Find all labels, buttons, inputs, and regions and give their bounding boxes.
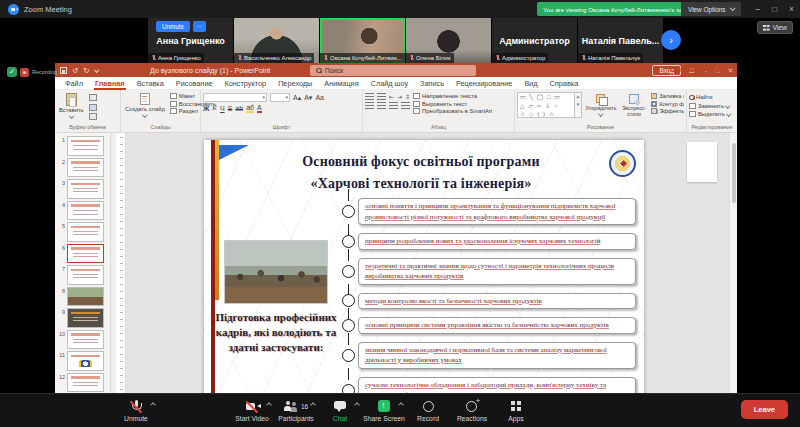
minimize-button[interactable]: –: [755, 5, 760, 14]
format-painter-button[interactable]: [89, 113, 97, 120]
underline-button[interactable]: Ч: [220, 105, 225, 112]
slide-thumbnail[interactable]: [67, 244, 104, 264]
slide-thumbnail[interactable]: [67, 330, 104, 350]
participant-tile[interactable]: Unmute ··· Анна Грищенко Анна Грищенко: [148, 18, 233, 63]
leave-button[interactable]: Leave: [741, 400, 788, 419]
chevron-up-icon[interactable]: [310, 402, 316, 408]
menu-tab[interactable]: Вид: [518, 77, 543, 90]
participant-tile[interactable]: Васильченко Александр: [234, 18, 319, 63]
smartart-button[interactable]: Преобразовать в SmartArt: [413, 108, 492, 114]
menu-tab[interactable]: Слайд шоу: [365, 77, 414, 90]
slide-thumbnail[interactable]: [67, 179, 104, 199]
decrease-indent-button[interactable]: ⇤: [389, 93, 394, 100]
toolbar-button[interactable]: Record: [406, 394, 450, 427]
toolbar-button[interactable]: Share Screen: [362, 394, 406, 427]
shapes-scrollbar[interactable]: ▲▼: [575, 92, 582, 118]
menu-tab[interactable]: Рецензирование: [450, 77, 518, 90]
participant-more-button[interactable]: ···: [193, 21, 206, 32]
strikethrough-button[interactable]: S: [228, 105, 233, 112]
toolbar-button[interactable]: Start Video: [230, 394, 274, 427]
close-button[interactable]: ×: [789, 5, 794, 14]
ppt-search-box[interactable]: Поиск: [310, 65, 476, 76]
grow-font-button[interactable]: А▴: [293, 94, 301, 101]
toolbar-button[interactable]: 16 Participants: [274, 394, 318, 427]
replace-button[interactable]: Заменить: [689, 103, 735, 109]
bold-button[interactable]: Ж: [203, 105, 209, 112]
menu-tab[interactable]: Файл: [59, 77, 89, 90]
view-layout-button[interactable]: View: [757, 21, 793, 34]
toolbar-button[interactable]: Reactions: [450, 394, 494, 427]
slide-thumbnail[interactable]: [67, 265, 104, 285]
chevron-up-icon[interactable]: [354, 402, 360, 408]
chevron-up-icon[interactable]: [150, 402, 156, 408]
line-spacing-button[interactable]: ⇕: [405, 93, 410, 100]
find-button[interactable]: Найти: [689, 94, 735, 100]
redo-icon[interactable]: ↻: [83, 66, 89, 75]
unmute-participant-button[interactable]: Unmute: [156, 21, 190, 32]
next-participants-button[interactable]: ›: [661, 30, 681, 50]
arrange-button[interactable]: Упорядочить: [585, 92, 617, 117]
increase-indent-button[interactable]: ⇥: [397, 93, 402, 100]
justify-button[interactable]: [401, 102, 410, 109]
menu-tab[interactable]: Анимация: [318, 77, 364, 90]
shape-outline-button[interactable]: Контур фигуры: [651, 101, 684, 107]
view-options-button[interactable]: View Options: [681, 2, 741, 16]
participant-tile[interactable]: Оксана Кочубей-Литвин...: [320, 18, 405, 63]
toolbar-button[interactable]: Unmute: [114, 394, 158, 427]
participant-tile[interactable]: Администратор Администратор: [492, 18, 577, 63]
menu-tab[interactable]: Справка: [544, 77, 585, 90]
maximize-button[interactable]: □: [772, 5, 777, 14]
save-icon[interactable]: [60, 67, 67, 74]
chevron-up-icon[interactable]: [398, 402, 404, 408]
shape-effects-button[interactable]: Эффекты фигуры: [651, 108, 684, 114]
slide-thumbnail[interactable]: [67, 373, 104, 393]
shapes-gallery[interactable]: ▭ ╲ ◯ □ ▭ △ ▱ ⇦ ⇩ ○ ☆ ◇ ( ) ☆: [517, 92, 575, 118]
participant-tile[interactable]: Олена Білик: [406, 18, 491, 63]
security-shield-icon[interactable]: ✓: [7, 67, 17, 77]
toolbar-button[interactable]: Apps: [494, 394, 538, 427]
slide-thumbnail[interactable]: [67, 158, 104, 178]
menu-tab[interactable]: Вставка: [131, 77, 170, 90]
copy-button[interactable]: [89, 104, 97, 111]
bullets-button[interactable]: [365, 93, 374, 100]
menu-tab[interactable]: Главная: [89, 77, 131, 90]
quick-styles-button[interactable]: Экспресс-стили: [620, 92, 648, 118]
highlight-color-button[interactable]: аб: [246, 104, 254, 113]
italic-button[interactable]: К: [212, 105, 217, 112]
paste-button[interactable]: Вставить: [57, 92, 86, 119]
slide[interactable]: Основний фокус освітньої програми «Харчо…: [204, 140, 644, 393]
cut-button[interactable]: [89, 94, 97, 101]
numbering-button[interactable]: [377, 93, 386, 100]
menu-tab[interactable]: Конструктор: [219, 77, 273, 90]
shrink-font-button[interactable]: А▾: [304, 94, 312, 101]
align-text-button[interactable]: Выровнять текст: [413, 101, 492, 107]
toolbar-button[interactable]: Chat: [318, 394, 362, 427]
menu-tab[interactable]: Рисование: [170, 77, 219, 90]
shadow-button[interactable]: ab: [235, 105, 243, 112]
slide-thumbnail[interactable]: [67, 136, 104, 156]
slide-thumbnail[interactable]: [67, 308, 104, 328]
participant-tile[interactable]: Наталія Павель... Наталія Павельчук: [578, 18, 663, 63]
clear-format-button[interactable]: Аа: [315, 94, 324, 101]
slide-thumbnail[interactable]: [67, 287, 104, 307]
quick-access-chevron-icon[interactable]: [94, 68, 99, 73]
align-center-button[interactable]: [377, 102, 386, 109]
font-name-combo[interactable]: [203, 93, 267, 102]
chevron-up-icon[interactable]: [266, 402, 272, 408]
select-button[interactable]: Выделить: [689, 111, 735, 117]
shape-fill-button[interactable]: Заливка фигуры: [651, 93, 684, 99]
font-size-combo[interactable]: [270, 93, 290, 102]
new-slide-button[interactable]: Создать слайд: [123, 92, 167, 118]
font-color-button[interactable]: А: [257, 104, 262, 113]
align-right-button[interactable]: [389, 102, 398, 109]
canvas-scrollbar[interactable]: [729, 133, 737, 393]
share-access-button[interactable]: Общий доступ: [670, 63, 729, 76]
undo-icon[interactable]: ↺: [72, 66, 78, 75]
slide-thumbnail[interactable]: [67, 351, 104, 371]
slide-thumbnail[interactable]: [67, 201, 104, 221]
slide-thumbnail[interactable]: [67, 222, 104, 242]
text-direction-button[interactable]: Направление текста: [413, 93, 492, 99]
menu-tab[interactable]: Запись: [414, 77, 450, 90]
align-left-button[interactable]: [365, 102, 374, 109]
menu-tab[interactable]: Переходы: [272, 77, 318, 90]
